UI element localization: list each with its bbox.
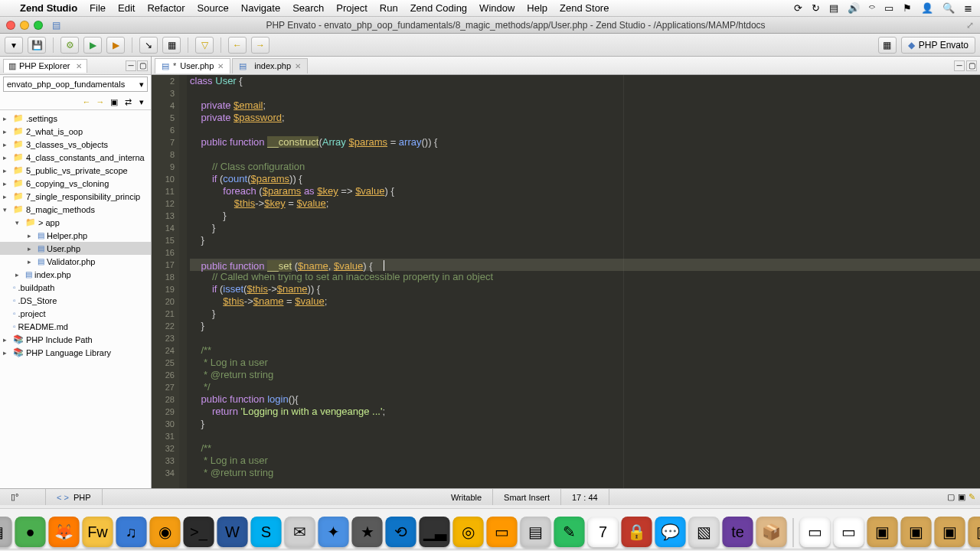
- tool-1-button[interactable]: ↘: [139, 37, 158, 54]
- status-icon-3[interactable]: ✎: [969, 492, 975, 502]
- user-icon[interactable]: 👤: [921, 2, 933, 14]
- tree-item[interactable]: ▸📚PHP Language Library: [0, 346, 151, 359]
- dock-launchpad[interactable]: ▦: [0, 517, 12, 547]
- minimize-window-button[interactable]: [20, 21, 29, 30]
- volume-icon[interactable]: 🔊: [848, 2, 860, 14]
- dock-folder1[interactable]: ▣: [867, 517, 898, 547]
- minimize-view-icon[interactable]: ─: [126, 60, 136, 71]
- twisty-icon[interactable]: ▸: [3, 154, 11, 161]
- new-button[interactable]: ▾: [5, 37, 23, 54]
- fold-gutter[interactable]: [179, 75, 187, 488]
- twisty-icon[interactable]: ▾: [3, 206, 11, 214]
- app-name[interactable]: Zend Studio: [20, 2, 77, 14]
- timemachine-icon[interactable]: ↻: [812, 2, 820, 14]
- dock-activity[interactable]: ▁▃: [420, 517, 450, 547]
- dock-doc2[interactable]: ▭: [834, 517, 864, 547]
- view-menu-icon[interactable]: ▾: [136, 96, 148, 108]
- dock-imovie[interactable]: ★: [352, 517, 383, 547]
- dock-safari-green[interactable]: ●: [15, 517, 46, 547]
- dock-evernote[interactable]: ✎: [554, 517, 585, 547]
- dock-chrome[interactable]: ◎: [453, 517, 484, 547]
- dock-itunes[interactable]: ♫: [116, 517, 147, 547]
- list-icon[interactable]: ≣: [964, 2, 972, 14]
- menu-file[interactable]: File: [90, 2, 106, 14]
- dock-fireworks[interactable]: Fw: [83, 517, 113, 547]
- dock-skype[interactable]: S: [251, 517, 282, 547]
- filter-button[interactable]: ▽: [195, 37, 214, 54]
- zoom-window-button[interactable]: [34, 21, 43, 30]
- menu-window[interactable]: Window: [479, 2, 514, 14]
- twisty-icon[interactable]: ▾: [15, 219, 23, 227]
- twisty-icon[interactable]: ▸: [15, 271, 23, 279]
- tree-item[interactable]: ▸▤User.php: [0, 242, 151, 255]
- project-tree[interactable]: ▸📁.settings▸📁2_what_is_oop▸📁3_classes_vs…: [0, 110, 151, 488]
- tree-item[interactable]: ▫.buildpath: [0, 281, 151, 294]
- twisty-icon[interactable]: ▸: [3, 336, 11, 344]
- tree-item[interactable]: ▫README.md: [0, 320, 151, 333]
- menu-search[interactable]: Search: [292, 2, 324, 14]
- menu-zend-coding[interactable]: Zend Coding: [410, 2, 467, 14]
- nav-fwd-icon[interactable]: →: [94, 96, 106, 108]
- close-tab-icon[interactable]: ✕: [217, 62, 224, 70]
- close-tab-icon[interactable]: ✕: [295, 62, 301, 70]
- menu-refactor[interactable]: Refactor: [147, 2, 185, 14]
- perspective-php-envato[interactable]: ◆ PHP Envato: [901, 37, 975, 54]
- php-explorer-tab[interactable]: ▥ PHP Explorer ✕: [3, 59, 87, 73]
- tree-item[interactable]: ▸📁7_single_responsibility_princip: [0, 190, 151, 203]
- battery-icon[interactable]: ▭: [884, 2, 893, 14]
- tree-item[interactable]: ▸▤Helper.php: [0, 229, 151, 242]
- twisty-icon[interactable]: ▸: [3, 141, 11, 148]
- sync-icon[interactable]: ⟳: [794, 2, 802, 14]
- status-icon-2[interactable]: ▣: [958, 492, 965, 502]
- dock-firefox[interactable]: 🦊: [49, 517, 80, 547]
- tree-item[interactable]: ▸📚PHP Include Path: [0, 333, 151, 346]
- menu-help[interactable]: Help: [527, 2, 547, 14]
- forward-button[interactable]: →: [251, 37, 270, 54]
- menu-project[interactable]: Project: [336, 2, 367, 14]
- tree-item[interactable]: ▸📁4_class_constants_and_interna: [0, 151, 151, 164]
- tree-item[interactable]: ▸▤index.php: [0, 268, 151, 281]
- dropbox-icon[interactable]: ▤: [829, 2, 838, 14]
- dock-terminal[interactable]: >_: [184, 517, 214, 547]
- twisty-icon[interactable]: ▸: [3, 193, 11, 201]
- dock-preview[interactable]: ▧: [689, 517, 720, 547]
- dock-folder2[interactable]: ▣: [901, 517, 932, 547]
- dock-textmate[interactable]: te: [723, 517, 753, 547]
- close-view-icon[interactable]: ✕: [76, 62, 82, 70]
- dock-box[interactable]: 📦: [756, 517, 787, 547]
- link-editor-icon[interactable]: ⇄: [122, 96, 134, 108]
- dock-1password[interactable]: 🔒: [622, 517, 652, 547]
- nav-back-icon[interactable]: ←: [80, 96, 93, 108]
- tree-item[interactable]: ▸📁6_copying_vs_cloning: [0, 177, 151, 190]
- debug-button[interactable]: ⚙: [60, 37, 79, 54]
- twisty-icon[interactable]: ▸: [28, 258, 35, 266]
- tree-item[interactable]: ▸📁3_classes_vs_objects: [0, 138, 151, 151]
- run-button[interactable]: ▶: [83, 37, 102, 54]
- maximize-icon[interactable]: ⤢: [966, 20, 974, 31]
- editor-maximize-icon[interactable]: ▢: [966, 60, 977, 71]
- back-button[interactable]: ←: [228, 37, 247, 54]
- editor-minimize-icon[interactable]: ─: [954, 60, 965, 71]
- status-icon-1[interactable]: ▢: [947, 492, 955, 502]
- tree-item[interactable]: ▫.DS_Store: [0, 294, 151, 307]
- dock-folder3[interactable]: ▣: [935, 517, 965, 547]
- tree-item[interactable]: ▸▤Validator.php: [0, 255, 151, 268]
- flag-icon[interactable]: ⚑: [903, 2, 912, 14]
- external-tools-button[interactable]: ▶: [106, 37, 125, 54]
- twisty-icon[interactable]: ▸: [28, 245, 35, 253]
- twisty-icon[interactable]: ▸: [28, 232, 35, 240]
- menu-navigate[interactable]: Navigate: [241, 2, 280, 14]
- wifi-icon[interactable]: ⌔: [869, 2, 875, 14]
- save-button[interactable]: 💾: [28, 37, 46, 54]
- dock-folder4[interactable]: ▣: [969, 517, 981, 547]
- tree-item[interactable]: ▾📁> app: [0, 216, 151, 229]
- open-perspective-button[interactable]: ▦: [878, 37, 897, 54]
- project-selector[interactable]: envato_php_oop_fundamentals ▾: [3, 77, 148, 92]
- tree-item[interactable]: ▸📁2_what_is_oop: [0, 125, 151, 138]
- dock-doc1[interactable]: ▭: [800, 517, 831, 547]
- twisty-icon[interactable]: ▸: [3, 128, 11, 135]
- twisty-icon[interactable]: ▸: [3, 349, 11, 357]
- tree-item[interactable]: ▸📁5_public_vs_private_scope: [0, 164, 151, 177]
- code-editor[interactable]: 2345678910111213141516171819202122232425…: [152, 75, 980, 488]
- dock-sublime[interactable]: ▭: [487, 517, 518, 547]
